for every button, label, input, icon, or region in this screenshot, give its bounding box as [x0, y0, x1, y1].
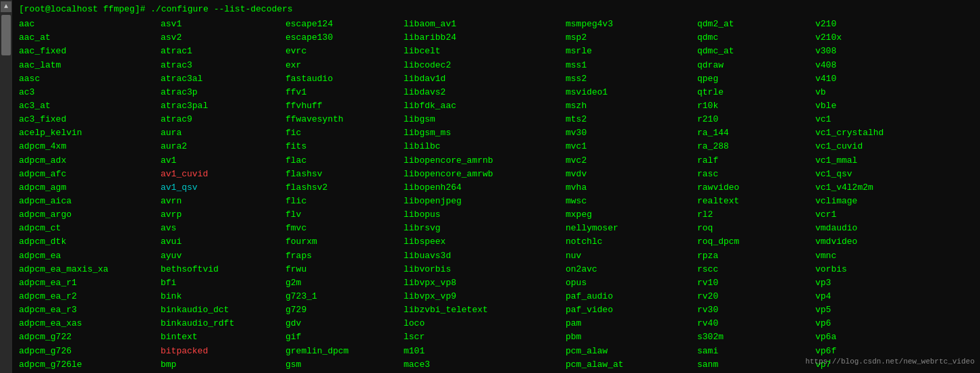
list-item: gremlin_dpcm	[285, 345, 404, 358]
list-item: ffwavesynth	[285, 113, 404, 126]
list-item: flac	[285, 154, 404, 168]
table-row: adpcm_ea_r2binkg723_1libvpx_vp9paf_audio…	[19, 290, 975, 303]
list-item: adpcm_agm	[19, 181, 161, 195]
list-item: loco	[404, 317, 566, 330]
list-item: libaribb24	[404, 31, 566, 45]
list-item: aac_latm	[19, 59, 161, 72]
list-item: realtext	[697, 195, 815, 208]
list-item: bintext	[161, 330, 285, 344]
list-item: msrle	[566, 45, 697, 58]
table-row: adpcm_ea_r3binkaudio_dctg729libzvbi_tele…	[19, 303, 975, 317]
list-item: mxpeg	[566, 208, 697, 222]
list-item: qdm2_at	[697, 18, 815, 31]
list-item: bink	[161, 290, 285, 303]
list-item: vc1_v4l2m2m	[815, 181, 923, 195]
list-item: adpcm_ct	[19, 222, 161, 235]
list-item: exr	[285, 59, 404, 72]
list-item: v210	[815, 18, 923, 31]
scroll-up-button[interactable]: ▲	[1, 1, 11, 12]
table-row: adpcm_ea_maxis_xabethsoftvidfrwulibvorbi…	[19, 263, 975, 276]
list-item: libopenjpeg	[404, 195, 566, 208]
watermark: https://blog.csdn.net/new_webrtc_video	[805, 356, 975, 368]
list-item: mvc2	[566, 154, 697, 168]
list-item: libgsm_ms	[404, 126, 566, 140]
list-item: v410	[815, 72, 923, 86]
list-item: vc1_crystalhd	[815, 126, 923, 140]
list-item: sami	[697, 345, 815, 358]
list-item: ra_144	[697, 126, 815, 140]
list-item: qdmc_at	[697, 45, 815, 58]
list-item: librsvg	[404, 222, 566, 235]
table-row: aacasv1escape124libaom_av1msmpeg4v3qdm2_…	[19, 18, 975, 31]
list-item: adpcm_ea	[19, 249, 161, 263]
table-row: adpcm_agmav1_qsvflashsv2libopenh264mvhar…	[19, 181, 975, 195]
list-item: gif	[285, 330, 404, 344]
list-item: libdav1d	[404, 72, 566, 86]
list-item: bethsoftvid	[161, 263, 285, 276]
table-row: aac_fixedatrac1evrclibceltmsrleqdmc_atv3…	[19, 45, 975, 58]
list-item: fits	[285, 140, 404, 153]
scrollbar[interactable]: ▲	[0, 0, 12, 373]
list-item: v308	[815, 45, 923, 58]
list-item: fastaudio	[285, 72, 404, 86]
list-item: g723_1	[285, 290, 404, 303]
list-item: ac3	[19, 86, 161, 99]
list-item: vp4	[815, 290, 923, 303]
list-item: opus	[566, 276, 697, 290]
list-item: adpcm_argo	[19, 208, 161, 222]
list-item: mvc1	[566, 140, 697, 153]
list-item: libopencore_amrnb	[404, 154, 566, 168]
table-row: ac3atrac3pffv1libdavs2msvideo1qtrlevb	[19, 86, 975, 99]
terminal-content: [root@localhost ffmpeg]# ./configure --l…	[19, 3, 980, 373]
list-item: vc1	[815, 113, 923, 126]
list-item: nellymoser	[566, 222, 697, 235]
list-item: vmnc	[815, 249, 923, 263]
list-item: adpcm_ea_r2	[19, 290, 161, 303]
list-item: libvpx_vp9	[404, 290, 566, 303]
list-item: pbm	[566, 330, 697, 344]
list-item: libaom_av1	[404, 18, 566, 31]
list-item: evrc	[285, 45, 404, 58]
list-item: bmp	[161, 358, 285, 372]
list-item: libspeex	[404, 235, 566, 249]
list-item: flashsv	[285, 168, 404, 181]
list-item: vc1_mmal	[815, 154, 923, 168]
list-item: libvorbis	[404, 263, 566, 276]
table-row: adpcm_afcav1_cuvidflashsvlibopencore_amr…	[19, 168, 975, 181]
list-item: escape130	[285, 31, 404, 45]
list-item: atrac1	[161, 45, 285, 58]
scrollbar-thumb[interactable]	[1, 15, 11, 55]
table-row: adpcm_ctavsfmvclibrsvgnellymoserroqvmdau…	[19, 222, 975, 235]
list-item: qdraw	[697, 59, 815, 72]
list-item: msp2	[566, 31, 697, 45]
table-row: adpcm_g722bintextgiflscrpbms302mvp6a	[19, 330, 975, 344]
list-item: mvha	[566, 181, 697, 195]
list-item: adpcm_ea_r3	[19, 303, 161, 317]
list-item: atrac3pal	[161, 99, 285, 113]
list-item: adpcm_ea_maxis_xa	[19, 263, 161, 276]
list-item: qtrle	[697, 86, 815, 99]
list-item: rpza	[697, 249, 815, 263]
list-item: vp3	[815, 276, 923, 290]
list-item: g729	[285, 303, 404, 317]
list-item: adpcm_4xm	[19, 140, 161, 153]
list-item: aac_fixed	[19, 45, 161, 58]
list-item: notchlc	[566, 235, 697, 249]
list-item: ac3_fixed	[19, 113, 161, 126]
list-item: ra_288	[697, 140, 815, 153]
list-item: roq_dpcm	[697, 235, 815, 249]
list-item: fmvc	[285, 222, 404, 235]
terminal-window: ▲ [root@localhost ffmpeg]# ./configure -…	[0, 0, 980, 373]
list-item: flashsv2	[285, 181, 404, 195]
list-item: paf_audio	[566, 290, 697, 303]
table-row: aascatrac3alfastaudiolibdav1dmss2qpegv41…	[19, 72, 975, 86]
list-item: asv1	[161, 18, 285, 31]
list-item: g2m	[285, 276, 404, 290]
list-item: libopus	[404, 208, 566, 222]
list-item: binkaudio_dct	[161, 303, 285, 317]
table-row: ac3_atatrac3palffvhufflibfdk_aacmszhr10k…	[19, 99, 975, 113]
list-item: ac3_at	[19, 99, 161, 113]
list-item: roq	[697, 222, 815, 235]
list-item: flv	[285, 208, 404, 222]
list-item: vmdaudio	[815, 222, 923, 235]
